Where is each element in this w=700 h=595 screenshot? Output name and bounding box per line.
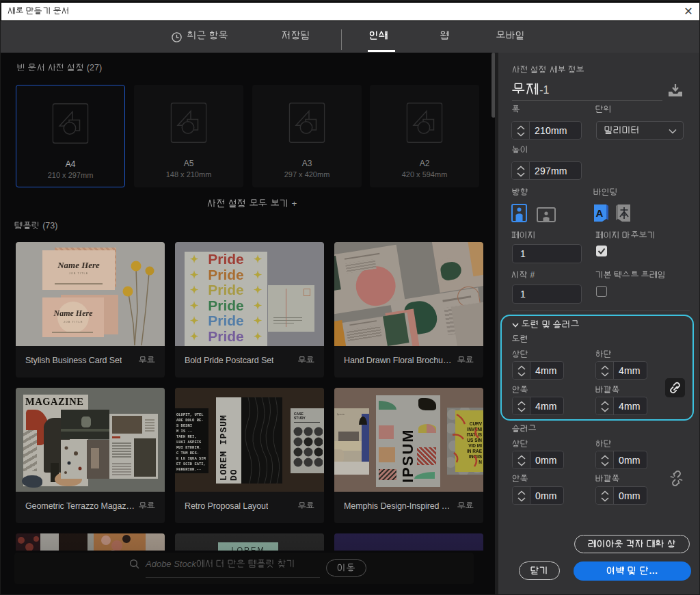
svg-text:A: A bbox=[596, 207, 604, 219]
